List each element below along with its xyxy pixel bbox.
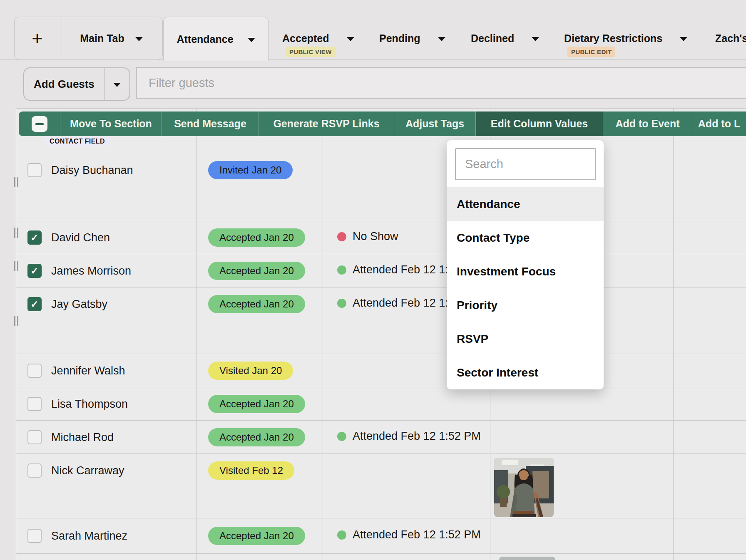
- column-search-input[interactable]: [455, 148, 596, 180]
- tab-label: Pending: [379, 32, 420, 45]
- drag-handle[interactable]: [14, 261, 18, 271]
- row-checkbox[interactable]: [27, 163, 42, 177]
- edit-column-values-dropdown: Attendance Contact Type Investment Focus…: [447, 140, 604, 389]
- chevron-down-icon: [680, 37, 687, 41]
- guest-photo[interactable]: [494, 458, 554, 517]
- row-checkbox[interactable]: [27, 397, 42, 411]
- guest-name[interactable]: Lisa Thompson: [51, 396, 128, 411]
- status-pill[interactable]: Accepted Jan 20: [208, 262, 305, 280]
- select-all-section: [19, 112, 60, 136]
- guest-name[interactable]: Daisy Buchanan: [51, 163, 133, 178]
- option-attendance[interactable]: Attendance: [447, 187, 604, 221]
- tab-main-tab[interactable]: Main Tab: [60, 17, 162, 59]
- drag-handle[interactable]: [14, 228, 18, 238]
- public-edit-badge: PUBLIC EDIT: [567, 47, 615, 57]
- attendance-dot-icon: [337, 432, 346, 441]
- add-to-event-button[interactable]: Add to Event: [603, 112, 692, 136]
- table-row: Nick Carraway Visited Feb 12: [16, 454, 746, 518]
- tab-declined[interactable]: Declined: [471, 32, 539, 45]
- tab-group-main: + Main Tab: [14, 17, 163, 60]
- add-guests-split-button: Add Guests: [23, 67, 130, 101]
- row-checkbox[interactable]: [27, 529, 42, 543]
- add-tab-button[interactable]: +: [15, 17, 60, 59]
- select-all-checkbox-indeterminate[interactable]: [32, 116, 47, 132]
- tab-accepted[interactable]: Accepted PUBLIC VIEW: [282, 32, 354, 45]
- option-investment-focus[interactable]: Investment Focus: [447, 255, 604, 288]
- adjust-tags-button[interactable]: Adjust Tags: [394, 112, 476, 136]
- guest-name[interactable]: Nick Carraway: [51, 463, 124, 478]
- guest-name[interactable]: Michael Rod: [51, 430, 114, 445]
- generate-rsvp-links-button[interactable]: Generate RSVP Links: [259, 112, 394, 136]
- move-to-section-button[interactable]: Move To Section: [60, 112, 162, 136]
- row-checkbox[interactable]: [27, 364, 42, 378]
- table-row: Lisa Thompson Accepted Jan 20: [16, 387, 746, 421]
- public-view-badge: PUBLIC VIEW: [286, 47, 336, 57]
- status-pill[interactable]: Visited Jan 20: [208, 362, 293, 380]
- guest-name[interactable]: David Chen: [51, 230, 110, 245]
- guest-name[interactable]: Jennifer Walsh: [51, 363, 125, 378]
- attendance-dot-icon: [337, 530, 346, 540]
- plus-icon: +: [32, 27, 43, 50]
- attendance-cell: Attended Feb 12 1:52 PM: [337, 528, 481, 541]
- send-message-button[interactable]: Send Message: [162, 112, 259, 136]
- table-row: Michael Rod Accepted Jan 20 Attended Feb…: [16, 421, 746, 454]
- row-checkbox[interactable]: [27, 463, 42, 478]
- row-checkbox[interactable]: [27, 430, 42, 444]
- tab-dietary-restrictions[interactable]: Dietary Restrictions PUBLIC EDIT: [564, 32, 687, 45]
- status-pill[interactable]: Accepted Jan 20: [208, 428, 305, 446]
- status-pill[interactable]: Accepted Jan 20: [208, 228, 305, 247]
- status-pill[interactable]: Accepted Jan 20: [208, 395, 305, 413]
- option-sector-interest[interactable]: Sector Interest: [447, 356, 604, 389]
- guest-name[interactable]: Sarah Martinez: [51, 528, 127, 543]
- tab-attendance[interactable]: Attendance: [163, 17, 269, 61]
- filter-guests-input[interactable]: [136, 67, 746, 99]
- attendance-cell: Attended Feb 12 1:52 PM: [337, 430, 481, 443]
- attendance-dot-icon: [337, 299, 346, 308]
- chevron-down-icon: [248, 38, 255, 42]
- add-to-list-button[interactable]: Add to L: [692, 112, 746, 136]
- app-window: + Main Tab Attendance Accepted PUBLIC VI…: [0, 0, 746, 560]
- tab-zachs[interactable]: Zach's: [715, 32, 746, 45]
- chevron-down-icon: [347, 37, 354, 41]
- option-rsvp[interactable]: RSVP: [447, 322, 604, 356]
- column-options-list: Attendance Contact Type Investment Focus…: [447, 187, 604, 389]
- tab-label: Zach's: [715, 32, 746, 45]
- guest-name[interactable]: Jay Gatsby: [51, 297, 107, 312]
- chevron-down-icon: [113, 83, 121, 87]
- guest-name[interactable]: James Morrison: [51, 263, 131, 278]
- row-checkbox[interactable]: [27, 264, 42, 278]
- row-checkbox[interactable]: [27, 297, 42, 311]
- chevron-down-icon: [135, 37, 143, 41]
- attendance-dot-icon: [337, 265, 346, 275]
- contact-field-label: CONTACT FIELD: [45, 136, 110, 146]
- row-checkbox[interactable]: [27, 230, 42, 245]
- edit-column-values-button[interactable]: Edit Column Values: [476, 112, 603, 136]
- table-row: Sarah Martinez Accepted Jan 20 Attended …: [16, 518, 746, 554]
- table-row: James Morrison Accepted Jan 20 Attended …: [16, 254, 746, 287]
- attendance-cell: No Show: [337, 230, 398, 243]
- tab-pending[interactable]: Pending: [379, 32, 445, 45]
- chevron-down-icon: [532, 37, 539, 41]
- chevron-down-icon: [438, 37, 445, 41]
- partial-row: [16, 554, 746, 560]
- status-pill[interactable]: Accepted Jan 20: [208, 527, 305, 545]
- drag-handle[interactable]: [14, 316, 18, 326]
- attendance-dot-icon: [337, 232, 346, 241]
- status-pill[interactable]: Accepted Jan 20: [208, 295, 305, 313]
- option-contact-type[interactable]: Contact Type: [447, 221, 604, 255]
- status-pill[interactable]: Invited Jan 20: [208, 161, 293, 179]
- table-row: Jennifer Walsh Visited Jan 20: [16, 354, 746, 387]
- table-row: David Chen Accepted Jan 20 No Show: [16, 221, 746, 254]
- add-guests-dropdown-button[interactable]: [104, 68, 129, 100]
- portrait-illustration: [494, 458, 554, 517]
- option-priority[interactable]: Priority: [447, 288, 604, 322]
- attendance-text: No Show: [353, 230, 398, 243]
- tab-label: Declined: [471, 32, 514, 45]
- tab-label: Accepted: [282, 32, 329, 45]
- tab-label: Attendance: [177, 33, 233, 45]
- drag-handle[interactable]: [14, 177, 18, 187]
- status-pill[interactable]: Visited Feb 12: [208, 461, 294, 480]
- tab-label: Main Tab: [80, 32, 124, 45]
- add-guests-button[interactable]: Add Guests: [24, 68, 104, 100]
- tab-label: Dietary Restrictions: [564, 32, 662, 45]
